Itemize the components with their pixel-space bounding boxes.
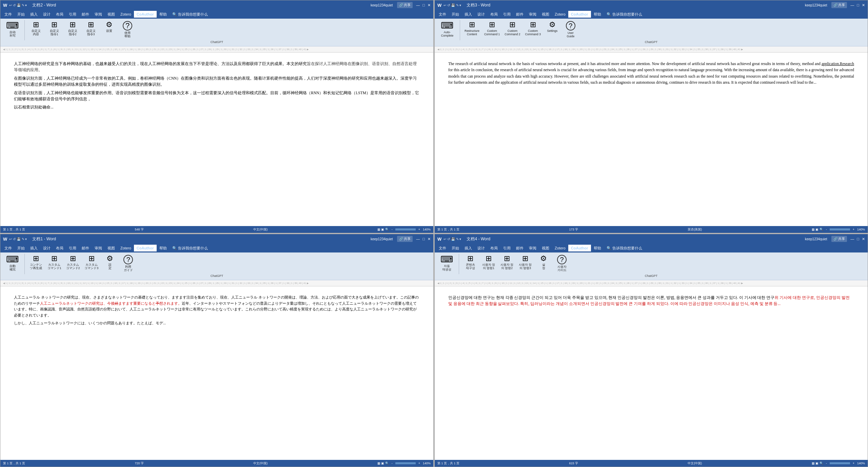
menu-ref-2[interactable]: 引用 <box>500 11 513 18</box>
cmd2-btn-4[interactable]: ⊞ 사용자 정의 명령2 <box>498 254 515 271</box>
menu-design-3[interactable]: 设计 <box>40 244 53 252</box>
help-btn-2[interactable]: ? UserGuide <box>562 20 579 39</box>
auto-complete-btn-4[interactable]: ⌨ 자동재생성 <box>437 254 456 272</box>
cmd3-btn-4[interactable]: ⊞ 사용자 정의 명령3 <box>517 254 534 271</box>
cmd1-btn-1[interactable]: ⊞ 自定义指令1 <box>46 20 63 37</box>
status-chars-1: 548 字 <box>135 227 144 232</box>
status-lang-2: 英语(美国) <box>688 227 702 232</box>
cmd1-btn-4[interactable]: ⊞ 사용자 정의 명령1 <box>480 254 497 271</box>
menu-coauthor-1[interactable]: CoAuthor <box>134 11 157 18</box>
menu-review-1[interactable]: 审阅 <box>92 11 105 18</box>
menu-insert-3[interactable]: 插入 <box>27 244 40 252</box>
settings-btn-1[interactable]: ⚙ 设置 <box>101 20 118 34</box>
content-btn-4[interactable]: ⊞ 콘텐츠재구성 <box>462 254 479 271</box>
help-btn-1[interactable]: ? 使用帮助 <box>119 20 136 39</box>
content-btn-3[interactable]: ⊞ コンテンツ再生成 <box>27 254 44 271</box>
menu-search-4[interactable]: 🔍 告诉我你想要什么 <box>604 244 645 252</box>
cmd3-btn-3[interactable]: ⊞ カスタムコマンド3 <box>83 254 100 271</box>
menu-design-1[interactable]: 设计 <box>40 11 53 18</box>
share-btn-4[interactable]: 🔗 共享 <box>831 236 847 242</box>
menu-view-4[interactable]: 视图 <box>539 244 552 252</box>
help-icon-2: ? <box>566 21 575 31</box>
menu-coauthor-3[interactable]: CoAuthor <box>134 245 157 251</box>
menu-file-1[interactable]: 文件 <box>2 11 15 18</box>
menu-file-4[interactable]: 文件 <box>436 244 449 252</box>
zoom-minus-3[interactable]: - <box>392 462 393 465</box>
menu-mail-3[interactable]: 邮件 <box>79 244 92 252</box>
menu-layout-4[interactable]: 布局 <box>488 244 500 252</box>
menu-layout-3[interactable]: 布局 <box>53 244 66 252</box>
zoom-plus-2[interactable]: + <box>853 228 854 231</box>
status-chars-3: 720 字 <box>135 461 144 466</box>
menu-insert-4[interactable]: 插入 <box>462 244 475 252</box>
menu-design-2[interactable]: 设计 <box>475 11 488 18</box>
menu-coauthor-4[interactable]: CoAuthor <box>568 245 591 251</box>
zoom-minus-1[interactable]: - <box>392 228 393 231</box>
cmd2-btn-2[interactable]: ⊞ CustomCommand 2 <box>503 20 522 37</box>
settings-btn-2[interactable]: ⚙ Settings <box>544 20 561 34</box>
menu-mail-4[interactable]: 邮件 <box>513 244 526 252</box>
content-btn-2[interactable]: ⊞ RestructureContent <box>463 20 481 37</box>
cmd1-icon-2: ⊞ <box>489 21 495 28</box>
help-btn-4[interactable]: ? 사용자가이드 <box>553 254 570 273</box>
menu-insert-2[interactable]: 插入 <box>462 11 475 18</box>
menu-zotero-2[interactable]: Zotero <box>552 11 568 18</box>
menu-ref-4[interactable]: 引用 <box>500 244 513 252</box>
cmd2-btn-3[interactable]: ⊞ カスタムコマンド2 <box>64 254 82 271</box>
menu-view-1[interactable]: 视图 <box>105 11 118 18</box>
menu-help-4[interactable]: 帮助 <box>591 244 604 252</box>
zoom-level-1: 140% <box>423 228 431 231</box>
menu-mail-1[interactable]: 邮件 <box>79 11 92 18</box>
menu-layout-1[interactable]: 布局 <box>53 11 66 18</box>
menu-search-1[interactable]: 🔍 告诉我你想要什么 <box>170 11 211 18</box>
menu-start-1[interactable]: 开始 <box>15 11 27 18</box>
menu-insert-1[interactable]: 插入 <box>27 11 40 18</box>
content-btn-1[interactable]: ⊞ 自定义内容 <box>27 20 44 37</box>
menu-ref-3[interactable]: 引用 <box>66 244 79 252</box>
menu-start-4[interactable]: 开始 <box>449 244 462 252</box>
menu-file-3[interactable]: 文件 <box>2 244 15 252</box>
cmd1-btn-2[interactable]: ⊞ CustomCommand 1 <box>482 20 501 37</box>
menu-help-2[interactable]: 帮助 <box>591 11 604 18</box>
quick-access-3: ↩ ↺ 💾 ✎ ▾ <box>9 237 27 241</box>
menu-layout-2[interactable]: 布局 <box>488 11 500 18</box>
cmd3-btn-2[interactable]: ⊞ CustomCommand 3 <box>524 20 542 37</box>
menu-ref-1[interactable]: 引用 <box>66 11 79 18</box>
menu-search-2[interactable]: 🔍 告诉我你想要什么 <box>604 11 645 18</box>
zoom-plus-4[interactable]: + <box>853 462 854 465</box>
menu-start-2[interactable]: 开始 <box>449 11 462 18</box>
help-icon-4: ? <box>557 255 567 264</box>
menu-zotero-3[interactable]: Zotero <box>118 245 134 251</box>
menu-mail-2[interactable]: 邮件 <box>513 11 526 18</box>
menu-review-2[interactable]: 审阅 <box>526 11 539 18</box>
share-btn-2[interactable]: 🔗 共享 <box>831 2 847 8</box>
zoom-plus-1[interactable]: + <box>418 228 420 231</box>
menu-help-1[interactable]: 帮助 <box>157 11 170 18</box>
menu-coauthor-2[interactable]: CoAuthor <box>568 11 591 18</box>
share-btn-3[interactable]: 🔗 共享 <box>397 236 413 242</box>
zoom-minus-2[interactable]: - <box>826 228 827 231</box>
menu-zotero-4[interactable]: Zotero <box>552 245 568 251</box>
menu-design-4[interactable]: 设计 <box>475 244 488 252</box>
zoom-plus-3[interactable]: + <box>418 462 420 465</box>
cmd2-btn-1[interactable]: ⊞ 自定义指令2 <box>64 20 81 37</box>
auto-complete-btn-3[interactable]: ⌨ 自動補完 <box>3 254 22 272</box>
menu-view-3[interactable]: 视图 <box>105 244 118 252</box>
settings-btn-3[interactable]: ⚙ 設定 <box>101 254 118 271</box>
menu-review-4[interactable]: 审阅 <box>526 244 539 252</box>
menu-file-2[interactable]: 文件 <box>436 11 449 18</box>
cmd3-btn-1[interactable]: ⊞ 自定义指令3 <box>82 20 99 37</box>
menu-view-2[interactable]: 视图 <box>539 11 552 18</box>
help-btn-3[interactable]: ? 利用ガイド <box>120 254 137 273</box>
menu-review-3[interactable]: 审阅 <box>92 244 105 252</box>
settings-btn-4[interactable]: ⚙ 설정 <box>535 254 552 271</box>
share-btn-1[interactable]: 🔗 共享 <box>397 2 413 8</box>
menu-start-3[interactable]: 开始 <box>15 244 27 252</box>
auto-complete-btn-1[interactable]: ⌨ 自动补写 <box>3 20 22 38</box>
cmd1-btn-3[interactable]: ⊞ カスタムコマンド1 <box>46 254 63 271</box>
menu-help-3[interactable]: 帮助 <box>157 244 170 252</box>
menu-zotero-1[interactable]: Zotero <box>118 11 134 18</box>
menu-search-3[interactable]: 🔍 告诉我你想要什么 <box>170 244 211 252</box>
zoom-minus-4[interactable]: - <box>826 462 827 465</box>
auto-complete-btn-2[interactable]: ⌨ Auto-Complete <box>437 20 457 38</box>
